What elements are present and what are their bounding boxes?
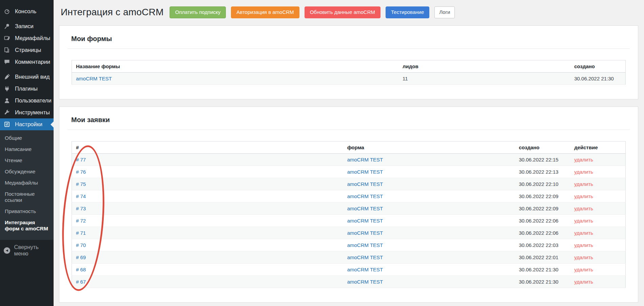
- request-number-link[interactable]: # 68: [76, 267, 86, 272]
- delete-link[interactable]: удалить: [574, 279, 593, 285]
- request-number-link[interactable]: # 70: [76, 242, 86, 248]
- column-header-created: создано: [570, 60, 625, 72]
- submenu-item-general[interactable]: Общие: [0, 133, 54, 143]
- delete-link[interactable]: удалить: [574, 169, 593, 175]
- form-name-link[interactable]: amoCRM TEST: [347, 218, 383, 224]
- request-number-link[interactable]: # 75: [76, 181, 86, 187]
- request-number-link[interactable]: # 72: [76, 218, 86, 224]
- table-row: # 73amoCRM TEST30.06.2022 22:09удалить: [72, 202, 626, 214]
- collapse-menu-button[interactable]: ◀ Свернуть меню: [0, 245, 54, 256]
- delete-link[interactable]: удалить: [574, 193, 593, 199]
- created-date: 30.06.2022 22:13: [519, 169, 559, 175]
- sidebar-item-appearance[interactable]: Внешний вид: [0, 71, 54, 83]
- table-row: # 74amoCRM TEST30.06.2022 22:09удалить: [72, 190, 626, 202]
- table-row: # 75amoCRM TEST30.06.2022 22:10удалить: [72, 178, 626, 190]
- amocrm-auth-button[interactable]: Авторизация в amoCRM: [231, 6, 299, 18]
- column-header-form: форма: [343, 141, 515, 153]
- refresh-amocrm-data-button[interactable]: Обновить данные amoCRM: [305, 6, 380, 18]
- forms-table: Название формы лидов создано amoCRM TEST…: [72, 60, 626, 85]
- sidebar-item-label: Записи: [15, 23, 34, 30]
- sidebar-item-label: Медиафайлы: [15, 35, 50, 41]
- sidebar-item-pages[interactable]: Страницы: [0, 44, 54, 56]
- sidebar-item-label: Инструменты: [15, 109, 50, 116]
- submenu-item-media[interactable]: Медиафайлы: [0, 178, 54, 188]
- created-date: 30.06.2022 22:09: [519, 206, 559, 211]
- sidebar-item-users[interactable]: Пользователи: [0, 95, 54, 107]
- sidebar-item-dashboard[interactable]: Консоль: [0, 5, 54, 17]
- delete-link[interactable]: удалить: [574, 230, 593, 236]
- created-date: 30.06.2022 22:03: [519, 242, 559, 248]
- wordpress-admin: Консоль Записи Медиафайлы Страницы: [0, 0, 644, 306]
- sidebar-item-tools[interactable]: Инструменты: [0, 107, 54, 118]
- delete-link[interactable]: удалить: [574, 181, 593, 187]
- requests-table: # форма создано действие # 77amoCRM TEST…: [72, 141, 626, 288]
- form-name-link[interactable]: amoCRM TEST: [76, 76, 112, 81]
- requests-card: Мои заявки # форма создано действие # 77…: [59, 107, 638, 303]
- appearance-icon: [4, 74, 12, 80]
- submenu-item-discussion[interactable]: Обсуждение: [0, 167, 54, 176]
- sidebar-item-settings[interactable]: Настройки: [0, 118, 54, 130]
- table-row: # 68amoCRM TEST30.06.2022 21:30удалить: [72, 263, 626, 275]
- request-number-link[interactable]: # 73: [76, 206, 86, 211]
- leads-count: 11: [403, 76, 408, 81]
- form-name-link[interactable]: amoCRM TEST: [347, 279, 383, 285]
- delete-link[interactable]: удалить: [574, 206, 593, 211]
- form-name-link[interactable]: amoCRM TEST: [347, 230, 383, 236]
- column-header-created: создано: [515, 141, 570, 153]
- divider: [67, 49, 630, 49]
- sidebar-item-label: Настройки: [15, 121, 42, 128]
- settings-icon: [4, 121, 12, 128]
- table-row: amoCRM TEST1130.06.2022 21:30: [72, 72, 626, 84]
- delete-link[interactable]: удалить: [574, 218, 593, 224]
- form-name-link[interactable]: amoCRM TEST: [347, 181, 383, 187]
- request-number-link[interactable]: # 67: [76, 279, 86, 285]
- table-row: # 71amoCRM TEST30.06.2022 22:06удалить: [72, 227, 626, 239]
- users-icon: [4, 97, 12, 104]
- form-name-link[interactable]: amoCRM TEST: [347, 267, 383, 272]
- pay-subscription-button[interactable]: Оплатить подписку: [170, 6, 226, 18]
- title-bar: Интеграция с amoCRM Оплатить подписку Ав…: [54, 0, 644, 18]
- forms-card-title: Мои формы: [71, 35, 630, 43]
- form-name-link[interactable]: amoCRM TEST: [347, 206, 383, 211]
- table-row: # 70amoCRM TEST30.06.2022 22:03удалить: [72, 239, 626, 251]
- request-number-link[interactable]: # 77: [76, 157, 86, 162]
- submenu-item-permalinks[interactable]: Постоянные ссылки: [0, 189, 54, 205]
- logs-button[interactable]: Логи: [434, 6, 455, 18]
- form-name-link[interactable]: amoCRM TEST: [347, 169, 383, 175]
- column-header-number: #: [72, 141, 343, 153]
- delete-link[interactable]: удалить: [574, 254, 593, 260]
- form-name-link[interactable]: amoCRM TEST: [347, 254, 383, 260]
- created-date: 30.06.2022 21:30: [519, 267, 559, 272]
- request-number-link[interactable]: # 74: [76, 193, 86, 199]
- sidebar-item-posts[interactable]: Записи: [0, 20, 54, 32]
- created-date: 30.06.2022 21:30: [519, 279, 559, 285]
- form-name-link[interactable]: amoCRM TEST: [347, 193, 383, 199]
- submenu-item-amocrm-integration[interactable]: Интеграция форм с amoCRM: [0, 218, 54, 233]
- submenu-item-reading[interactable]: Чтение: [0, 156, 54, 165]
- sidebar-item-media[interactable]: Медиафайлы: [0, 32, 54, 44]
- table-row: # 69amoCRM TEST30.06.2022 22:01удалить: [72, 251, 626, 263]
- column-header-action: действие: [570, 141, 625, 153]
- created-date: 30.06.2022 22:09: [519, 193, 559, 199]
- submenu-item-writing[interactable]: Написание: [0, 145, 54, 154]
- delete-link[interactable]: удалить: [574, 267, 593, 272]
- created-date: 30.06.2022 21:30: [574, 76, 614, 81]
- sidebar-item-plugins[interactable]: Плагины: [0, 83, 54, 95]
- column-header-leads: лидов: [398, 60, 570, 72]
- submenu-item-privacy[interactable]: Приватность: [0, 207, 54, 216]
- sidebar-item-label: Страницы: [15, 47, 41, 53]
- pages-icon: [4, 47, 12, 54]
- request-number-link[interactable]: # 71: [76, 230, 86, 236]
- admin-sidebar: Консоль Записи Медиафайлы Страницы: [0, 0, 54, 306]
- delete-link[interactable]: удалить: [574, 242, 593, 248]
- testing-button[interactable]: Тестирование: [386, 6, 429, 18]
- form-name-link[interactable]: amoCRM TEST: [347, 242, 383, 248]
- sidebar-item-comments[interactable]: Комментарии: [0, 56, 54, 68]
- request-number-link[interactable]: # 76: [76, 169, 86, 175]
- form-name-link[interactable]: amoCRM TEST: [347, 157, 383, 162]
- table-row: # 72amoCRM TEST30.06.2022 22:06удалить: [72, 214, 626, 227]
- delete-link[interactable]: удалить: [574, 157, 593, 162]
- table-row: # 67amoCRM TEST30.06.2022 21:30удалить: [72, 275, 626, 288]
- request-number-link[interactable]: # 69: [76, 254, 86, 260]
- admin-menu: Консоль Записи Медиафайлы Страницы: [0, 0, 54, 130]
